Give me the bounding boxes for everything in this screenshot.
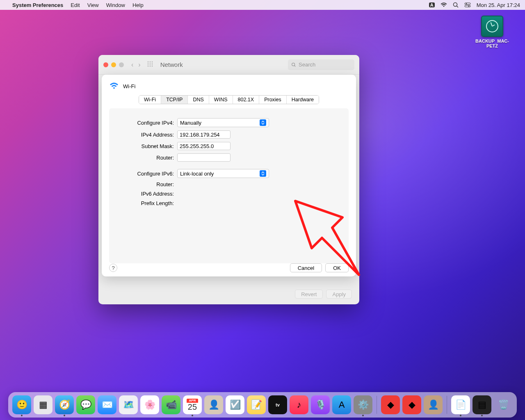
- ok-button[interactable]: OK: [325, 263, 349, 272]
- svg-line-1: [457, 6, 458, 8]
- tab-strip: Wi-Fi TCP/IP DNS WINS 802.1X Proxies Har…: [139, 95, 319, 104]
- dock-item-contacts[interactable]: 👤: [204, 395, 223, 414]
- svg-point-10: [149, 64, 151, 65]
- configure-ipv6-label: Configure IPv6:: [121, 171, 174, 177]
- traffic-lights: [103, 62, 124, 67]
- svg-point-14: [151, 66, 153, 67]
- chevron-updown-icon: [260, 170, 266, 177]
- dock-item-anydesk-1[interactable]: ◆: [381, 395, 400, 414]
- dock-item-system-preferences[interactable]: ⚙️: [354, 395, 372, 414]
- ipv4-address-label: IPv4 Address:: [121, 132, 174, 138]
- window-title: Network: [160, 61, 183, 68]
- router-v4-label: Router:: [121, 155, 174, 161]
- search-icon: [291, 62, 296, 67]
- forward-button[interactable]: ›: [138, 61, 140, 68]
- svg-point-5: [468, 6, 469, 7]
- dock-item-photos[interactable]: 🌸: [140, 395, 159, 414]
- dock-item-anydesk-2[interactable]: ◆: [402, 395, 421, 414]
- tcpip-form: Configure IPv4: Manually IPv4 Address: 1…: [109, 108, 349, 263]
- tab-wins[interactable]: WINS: [209, 96, 233, 104]
- svg-point-6: [147, 62, 148, 63]
- network-preferences-window: ‹ › Network Search Wi-Fi Wi-Fi TCP/IP DN…: [98, 55, 359, 304]
- router-v4-input[interactable]: [177, 153, 231, 162]
- dock-item-calendar[interactable]: APR25: [183, 395, 202, 414]
- time-machine-disk-icon: [481, 16, 503, 37]
- dock: 🙂▦🧭💬✉️🗺️🌸📹APR25👤☑️📝tv♪🎙️A⚙️◆◆👤📄▤🗑️: [8, 392, 517, 418]
- dock-item-launchpad[interactable]: ▦: [34, 395, 52, 414]
- search-field[interactable]: Search: [288, 59, 354, 70]
- zoom-button[interactable]: [119, 62, 124, 67]
- router-v6-label: Router:: [121, 181, 174, 187]
- cancel-button[interactable]: Cancel: [290, 263, 322, 272]
- svg-point-15: [292, 63, 295, 66]
- desktop-disk-backup[interactable]: BACKUP_MAC-PETZ: [476, 16, 509, 48]
- dock-item-appletv[interactable]: tv: [268, 395, 287, 414]
- menu-edit[interactable]: Edit: [71, 2, 80, 8]
- dock-item-document[interactable]: 📄: [451, 395, 470, 414]
- revert-button: Revert: [295, 290, 323, 299]
- apply-button: Apply: [326, 290, 352, 299]
- configure-ipv4-select[interactable]: Manually: [177, 118, 269, 127]
- dock-item-safari[interactable]: 🧭: [55, 395, 74, 414]
- input-source-icon[interactable]: A: [429, 2, 435, 7]
- ipv6-address-label: IPv6 Address:: [121, 191, 174, 197]
- svg-point-12: [147, 66, 148, 67]
- ipv4-address-input[interactable]: 192.168.179.254: [177, 130, 231, 139]
- spotlight-icon[interactable]: [453, 2, 459, 8]
- show-all-icon[interactable]: [147, 61, 153, 68]
- help-button[interactable]: ?: [109, 264, 117, 272]
- menu-window[interactable]: Window: [106, 2, 125, 8]
- subnet-mask-input[interactable]: 255.255.255.0: [177, 142, 231, 150]
- svg-point-11: [151, 64, 153, 65]
- dock-item-music[interactable]: ♪: [290, 395, 308, 414]
- dock-item-notes[interactable]: 📝: [247, 395, 266, 414]
- svg-line-16: [294, 65, 296, 66]
- search-placeholder: Search: [299, 62, 315, 68]
- wifi-status-icon[interactable]: [441, 2, 447, 7]
- configure-ipv6-select[interactable]: Link-local only: [177, 169, 269, 178]
- dock-item-facetime[interactable]: 📹: [162, 395, 180, 414]
- menu-help[interactable]: Help: [132, 2, 144, 8]
- prefix-length-label: Prefix Length:: [121, 200, 174, 206]
- chevron-updown-icon: [260, 119, 266, 126]
- tab-dns[interactable]: DNS: [188, 96, 209, 104]
- svg-point-8: [151, 62, 153, 63]
- dock-item-podcasts[interactable]: 🎙️: [311, 395, 330, 414]
- dock-item-mail[interactable]: ✉️: [98, 395, 116, 414]
- interface-name: Wi-Fi: [123, 83, 135, 89]
- dock-item-appstore[interactable]: A: [332, 395, 351, 414]
- configure-ipv6-value: Link-local only: [180, 171, 214, 177]
- dock-item-reminders[interactable]: ☑️: [226, 395, 244, 414]
- advanced-sheet: Wi-Fi Wi-Fi TCP/IP DNS WINS 802.1X Proxi…: [102, 75, 356, 276]
- control-center-icon[interactable]: [464, 2, 471, 7]
- tab-tcpip[interactable]: TCP/IP: [161, 96, 188, 104]
- svg-rect-2: [465, 3, 470, 5]
- tab-8021x[interactable]: 802.1X: [233, 96, 260, 104]
- tab-proxies[interactable]: Proxies: [259, 96, 287, 104]
- minimize-button[interactable]: [111, 62, 116, 67]
- tab-hardware[interactable]: Hardware: [287, 96, 319, 104]
- tab-wifi[interactable]: Wi-Fi: [139, 96, 161, 104]
- dock-item-messages[interactable]: 💬: [76, 395, 95, 414]
- svg-point-0: [453, 3, 457, 7]
- configure-ipv4-label: Configure IPv4:: [121, 120, 174, 126]
- back-button[interactable]: ‹: [131, 61, 133, 68]
- window-titlebar: ‹ › Network Search: [98, 55, 359, 75]
- ipv4-address-value: 192.168.179.254: [180, 132, 220, 138]
- menubar: System Preferences Edit View Window Help…: [0, 0, 525, 10]
- dock-item-dark-app[interactable]: ▤: [472, 395, 491, 414]
- dock-item-trash[interactable]: 🗑️: [494, 395, 513, 414]
- svg-point-13: [149, 66, 151, 67]
- app-menu[interactable]: System Preferences: [12, 2, 63, 8]
- menu-view[interactable]: View: [87, 2, 99, 8]
- subnet-mask-label: Subnet Mask:: [121, 143, 174, 149]
- svg-rect-3: [465, 5, 470, 7]
- dock-separator: [447, 396, 447, 414]
- dock-separator: [377, 396, 377, 414]
- dock-item-user-photo[interactable]: 👤: [424, 395, 443, 414]
- close-button[interactable]: [103, 62, 108, 67]
- dock-item-maps[interactable]: 🗺️: [119, 395, 138, 414]
- dock-item-finder[interactable]: 🙂: [12, 395, 31, 414]
- menubar-clock[interactable]: Mon 25. Apr 17:24: [477, 2, 520, 8]
- subnet-mask-value: 255.255.255.0: [180, 143, 214, 149]
